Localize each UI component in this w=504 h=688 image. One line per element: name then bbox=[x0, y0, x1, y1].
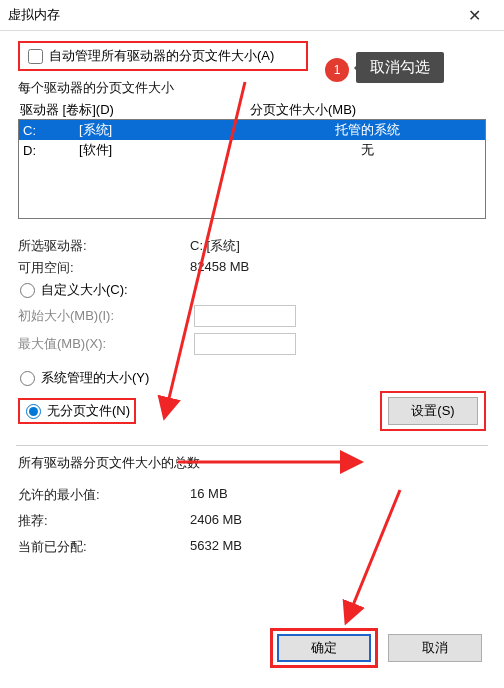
auto-manage-label: 自动管理所有驱动器的分页文件大小(A) bbox=[49, 47, 274, 65]
auto-manage-checkbox-row[interactable]: 自动管理所有驱动器的分页文件大小(A) bbox=[18, 41, 308, 71]
selected-drive-key: 所选驱动器: bbox=[18, 237, 190, 255]
drive-list-header: 驱动器 [卷标](D) 分页文件大小(MB) bbox=[18, 101, 486, 119]
radio-none-wrapper: 无分页文件(N) bbox=[18, 398, 136, 424]
min-key: 允许的最小值: bbox=[18, 486, 190, 504]
min-val: 16 MB bbox=[190, 486, 486, 504]
col-size: 分页文件大小(MB) bbox=[250, 101, 484, 119]
rec-row: 推荐: 2406 MB bbox=[18, 512, 486, 530]
ok-button-highlight: 确定 bbox=[270, 628, 378, 668]
radio-system[interactable]: 系统管理的大小(Y) bbox=[18, 369, 486, 387]
titlebar: 虚拟内存 ✕ bbox=[0, 0, 504, 31]
radio-none[interactable]: 无分页文件(N) bbox=[24, 402, 130, 420]
drive-letter: D: bbox=[23, 143, 79, 158]
drive-label: [软件] bbox=[79, 141, 253, 159]
available-key: 可用空间: bbox=[18, 259, 190, 277]
alloc-row: 当前已分配: 5632 MB bbox=[18, 538, 486, 556]
drive-list[interactable]: C: [系统] 托管的系统 D: [软件] 无 bbox=[18, 119, 486, 219]
alloc-val: 5632 MB bbox=[190, 538, 486, 556]
alloc-key: 当前已分配: bbox=[18, 538, 190, 556]
rec-val: 2406 MB bbox=[190, 512, 486, 530]
close-icon[interactable]: ✕ bbox=[452, 1, 496, 29]
radio-none-label: 无分页文件(N) bbox=[47, 402, 130, 420]
drive-size: 无 bbox=[253, 141, 481, 159]
ok-button[interactable]: 确定 bbox=[277, 634, 371, 662]
drive-row-d[interactable]: D: [软件] 无 bbox=[19, 140, 485, 160]
rec-key: 推荐: bbox=[18, 512, 190, 530]
initial-size-row: 初始大小(MB)(I): bbox=[18, 305, 486, 327]
radio-custom-label: 自定义大小(C): bbox=[41, 281, 128, 299]
divider bbox=[16, 445, 488, 446]
cancel-button[interactable]: 取消 bbox=[388, 634, 482, 662]
drive-row-c[interactable]: C: [系统] 托管的系统 bbox=[19, 120, 485, 140]
drive-label: [系统] bbox=[79, 121, 253, 139]
radio-custom-input[interactable] bbox=[20, 283, 35, 298]
initial-label: 初始大小(MB)(I): bbox=[18, 307, 194, 325]
set-button-highlight: 设置(S) bbox=[380, 391, 486, 431]
window-title: 虚拟内存 bbox=[8, 6, 452, 24]
selected-drive-row: 所选驱动器: C: [系统] bbox=[18, 237, 486, 255]
min-row: 允许的最小值: 16 MB bbox=[18, 486, 486, 504]
radio-system-label: 系统管理的大小(Y) bbox=[41, 369, 149, 387]
drive-letter: C: bbox=[23, 123, 79, 138]
max-size-row: 最大值(MB)(X): bbox=[18, 333, 486, 355]
set-button[interactable]: 设置(S) bbox=[388, 397, 478, 425]
radio-custom[interactable]: 自定义大小(C): bbox=[18, 281, 486, 299]
dialog-footer: 确定 取消 bbox=[270, 628, 482, 668]
radio-system-input[interactable] bbox=[20, 371, 35, 386]
totals-header: 所有驱动器分页文件大小的总数 bbox=[18, 454, 486, 472]
col-drive: 驱动器 [卷标](D) bbox=[20, 101, 250, 119]
initial-input[interactable] bbox=[194, 305, 296, 327]
max-input[interactable] bbox=[194, 333, 296, 355]
auto-manage-checkbox[interactable] bbox=[28, 49, 43, 64]
max-label: 最大值(MB)(X): bbox=[18, 335, 194, 353]
per-drive-header: 每个驱动器的分页文件大小 bbox=[18, 79, 486, 97]
available-space-row: 可用空间: 82458 MB bbox=[18, 259, 486, 277]
available-val: 82458 MB bbox=[190, 259, 486, 277]
radio-none-input[interactable] bbox=[26, 404, 41, 419]
drive-size: 托管的系统 bbox=[253, 121, 481, 139]
selected-drive-val: C: [系统] bbox=[190, 237, 486, 255]
